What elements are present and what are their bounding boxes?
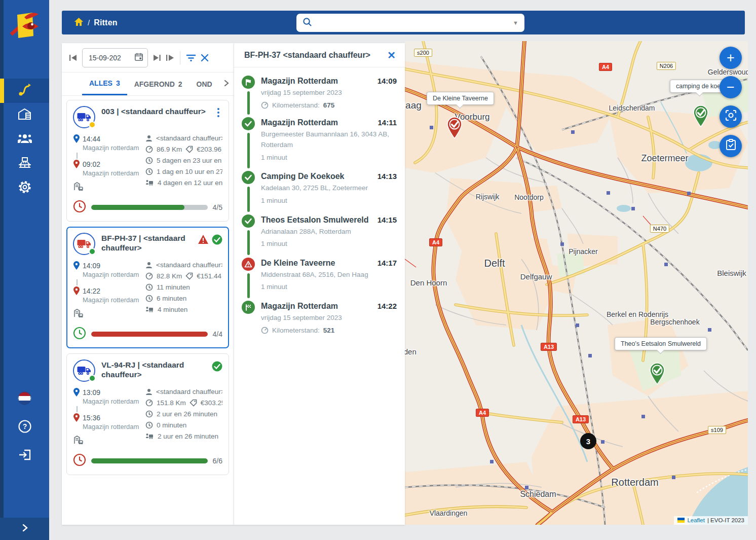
leaflet-link[interactable]: Leaflet (687, 517, 705, 523)
stop-name: Camping De Koekoek (261, 172, 377, 181)
stop-detail: vrijdag 15 september 2023 (261, 312, 397, 323)
odometer-label: Kilometerstand: (272, 101, 320, 109)
stop-duration: 0 minuten (157, 421, 186, 429)
next-day-icon[interactable] (166, 54, 174, 62)
dock-icon (18, 156, 32, 171)
zoom-out-button[interactable]: − (720, 76, 742, 98)
logout-icon[interactable] (18, 448, 32, 464)
road-badge: A4 (476, 409, 489, 417)
map[interactable]: Den HaagGelderswoudeLeidschendamVoorburg… (405, 41, 748, 525)
sidebar-item-warehouse[interactable] (0, 103, 49, 127)
timeline-connector (247, 187, 250, 211)
timeline-connector (247, 230, 250, 255)
map-marker[interactable]: 3 (580, 433, 596, 449)
trip-price: €303.25 (201, 399, 222, 407)
progress-clock-icon (73, 453, 86, 469)
timeline-connector (247, 273, 250, 298)
road-badge: A4 (599, 63, 612, 71)
sidebar-item-routes[interactable] (0, 79, 49, 103)
stop-item[interactable]: Magazijn Rotterdam 14:11 Burgemeester Ba… (242, 117, 397, 171)
home-icon[interactable] (74, 17, 84, 28)
sidebar-nav (0, 79, 49, 200)
map-place-label: Leidschendam (609, 104, 655, 112)
status-dot (89, 248, 96, 255)
start-time: 13:09 (83, 388, 100, 397)
search-dropdown-caret-icon[interactable]: ▼ (513, 20, 518, 26)
stop-pin-red-icon (446, 117, 463, 139)
last-day-icon[interactable] (153, 54, 161, 62)
date-picker[interactable] (82, 48, 148, 67)
center-focus-button[interactable] (720, 105, 742, 128)
stop-item[interactable]: Camping De Koekoek 14:13 Kadelaan 30, 27… (242, 171, 397, 214)
map-marker[interactable] (446, 117, 463, 141)
sidebar: ? (0, 0, 49, 540)
stops-panel-title: BF-PH-37 <standaard chauffeur> (244, 51, 387, 60)
search-input[interactable] (316, 19, 509, 27)
marker-cluster: 3 (580, 433, 596, 449)
stop-check-icon (242, 117, 255, 130)
map-place-label: Rijswijk (476, 193, 500, 201)
nl-flag-icon[interactable] (18, 391, 31, 407)
map-marker[interactable] (692, 105, 709, 129)
tabs-scroll-chevron-icon[interactable] (223, 80, 230, 89)
stop-name: Theos Eetsalon Smulwereld (261, 215, 377, 225)
zoom-in-button[interactable]: + (720, 47, 742, 69)
card-menu-kebab-icon[interactable] (214, 106, 222, 119)
stop-item[interactable]: Theos Eetsalon Smulwereld 14:15 Adrianal… (242, 214, 397, 258)
map-place-label: Bergschenhoek (650, 318, 699, 326)
filter-icon[interactable] (186, 54, 196, 62)
start-time: 14:09 (83, 262, 100, 270)
stop-item[interactable]: Magazijn Rotterdam 14:09 vrijdag 15 sept… (242, 76, 397, 117)
depot-icon (74, 182, 145, 193)
breadcrumb: / Ritten (62, 17, 118, 28)
odometer-value: 521 (323, 327, 335, 334)
clear-filter-icon[interactable] (201, 54, 209, 62)
date-input[interactable] (89, 54, 131, 62)
odometer-row: Kilometerstand: 675 (261, 101, 397, 109)
warehouse-icon (18, 107, 31, 123)
stop-item[interactable]: De Kleine Taveerne 14:17 Middenstraat 68… (242, 258, 397, 301)
tasks-button[interactable] (720, 135, 742, 157)
stop-duration: 1 minuut (261, 195, 397, 206)
progress-bar (91, 332, 208, 337)
first-day-icon[interactable] (69, 54, 78, 62)
trip-title: 003 | <standaard chauffeur> (101, 106, 208, 117)
trip-card-003[interactable]: 003 | <standaard chauffeur> 14:44 Magazi… (66, 100, 229, 222)
calendar-icon[interactable] (134, 52, 143, 63)
sidebar-item-users[interactable] (0, 127, 49, 152)
trip-card-list: 003 | <standaard chauffeur> 14:44 Magazi… (62, 96, 234, 484)
tab-afgerond[interactable]: AFGEROND 2 (127, 73, 190, 95)
page-title: Ritten (94, 18, 118, 27)
sidebar-item-dock[interactable] (0, 152, 49, 176)
map-place-label: Delft (484, 258, 505, 269)
depot-icon (74, 436, 145, 446)
check-circle-icon (212, 361, 222, 374)
stop-check-icon (242, 171, 255, 184)
road-badge: A13 (541, 343, 557, 351)
map-place-label: Rotterdam (611, 477, 658, 488)
sidebar-item-settings[interactable] (0, 176, 49, 200)
road-badge: A13 (573, 415, 589, 423)
tab-alles[interactable]: ALLES 3 (82, 73, 127, 95)
trip-card-vl-94-rj[interactable]: VL-94-RJ | <standaard chauffeur> 13:09 M… (66, 353, 229, 475)
trip-title: VL-94-RJ | <standaard chauffeur> (101, 359, 206, 379)
map-marker[interactable] (649, 363, 666, 387)
tab-onderweg[interactable]: OND (190, 73, 219, 95)
sidebar-collapse[interactable] (0, 518, 49, 540)
stop-name: Magazijn Rotterdam (261, 77, 377, 86)
service-duration: 4 dagen en 12 uur en 39 min (158, 179, 222, 187)
tab-count: 3 (116, 79, 120, 87)
help-icon[interactable]: ? (18, 419, 32, 436)
end-location: Magazijn rotterdam (83, 169, 145, 177)
stop-detail: Adrianalaan 288A, Rotterdam (261, 226, 397, 237)
driver-name: <standaard chauffeur> (156, 134, 222, 142)
center-focus-icon (725, 109, 737, 125)
timeline-connector (247, 91, 250, 115)
stop-item[interactable]: Magazijn Rotterdam 14:22 vrijdag 15 sept… (242, 301, 397, 342)
map-attribution: Leaflet | EVO-IT 2023 (674, 516, 748, 525)
progress-label: 4/4 (213, 330, 222, 338)
trip-price: €203.96 (197, 146, 221, 153)
stop-duration: 1 dag en 10 uur en 27 minute (157, 168, 222, 175)
close-icon[interactable]: ✕ (387, 50, 396, 60)
trip-card-bf-ph-37[interactable]: BF-PH-37 | <standaard chauffeur> 14:09 (66, 227, 229, 348)
